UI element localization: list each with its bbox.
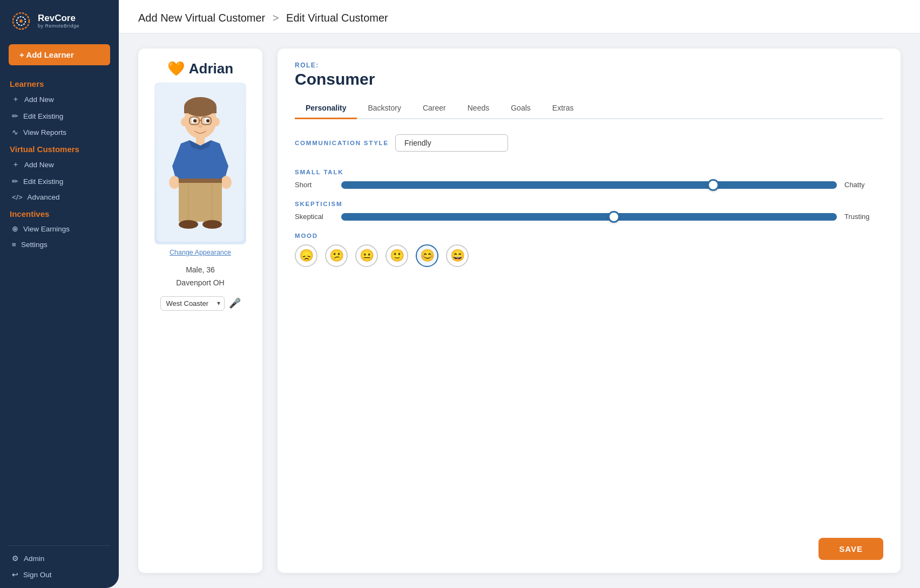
change-appearance-link[interactable]: Change Appearance [170,249,231,256]
save-button[interactable]: SAVE [818,538,883,560]
skepticism-label: SKEPTICISM [295,201,883,207]
signout-icon: ↩ [12,570,18,579]
mood-row: 😞😕😐🙂😊😄 [295,244,883,267]
mood-face-5[interactable]: 😄 [446,244,469,267]
character-panel: 🧡 Adrian [138,49,262,573]
svg-point-20 [221,176,232,189]
svg-rect-22 [179,179,222,183]
small-talk-label: SMALL TALK [295,169,883,175]
breadcrumb-part2: Edit Virtual Customer [286,12,388,24]
sidebar-item-learners-reports[interactable]: ∿ View Reports [0,124,119,140]
breadcrumb: Add New Virtual Customer > Edit Virtual … [138,12,901,24]
mood-label: MOOD [295,233,883,239]
mood-face-4[interactable]: 😊 [416,244,438,267]
sidebar-bottom: ⚙ Admin ↩ Sign Out [0,538,119,588]
plus-icon: ＋ [12,94,19,104]
role-value: Consumer [295,70,883,88]
admin-icon: ⚙ [12,554,19,563]
settings-icon: ≡ [12,241,16,249]
comm-style-label: COMMUNICATION STYLE [295,134,883,152]
add-learner-button[interactable]: + Add Learner [9,44,110,65]
sidebar-section-incentives: Incentives [0,206,119,221]
plus-icon: ＋ [12,160,19,169]
tab-backstory[interactable]: Backstory [357,98,411,119]
tab-goals[interactable]: Goals [500,98,542,119]
svg-rect-18 [196,136,205,145]
sidebar-item-label: Advanced [28,193,60,201]
tab-needs[interactable]: Needs [457,98,500,119]
sidebar-item-label: Add New [24,161,54,169]
sidebar: RevCore by RemoteBridge + Add Learner Le… [0,0,119,588]
sidebar-item-learners-add[interactable]: ＋ Add New [0,91,119,108]
svg-point-17 [198,125,202,128]
comm-style-section: COMMUNICATION STYLE [295,134,883,157]
sidebar-section-vc: Virtual Customers [0,141,119,156]
tab-personality[interactable]: Personality [295,98,357,119]
breadcrumb-separator: > [273,12,279,24]
character-location: Davenport OH [176,277,224,290]
main-area: Add New Virtual Customer > Edit Virtual … [119,0,920,588]
character-avatar [154,83,246,244]
dialect-row: West Coaster Southern Midwest Northeast … [160,296,241,311]
sidebar-item-vc-add[interactable]: ＋ Add New [0,156,119,173]
svg-point-28 [202,220,222,229]
comm-style-input[interactable] [395,134,508,152]
reports-icon: ∿ [12,128,18,136]
edit-panel: ROLE: Consumer Personality Backstory Car… [278,49,901,573]
sidebar-item-label: Edit Existing [23,177,63,186]
svg-point-19 [169,176,180,189]
sidebar-item-label: Admin [24,555,44,563]
sidebar-logo: RevCore by RemoteBridge [0,0,119,40]
skepticism-left-label: Skeptical [295,213,334,221]
mood-face-3[interactable]: 🙂 [385,244,408,267]
skepticism-section: SKEPTICISM Skeptical Trusting [295,201,883,221]
sidebar-item-label: View Reports [23,128,66,136]
mic-icon: 🎤 [229,297,241,309]
character-info: Male, 36 Davenport OH [176,264,224,290]
small-talk-section: SMALL TALK Short Chatty [295,169,883,189]
tabs: Personality Backstory Career Needs Goals… [295,98,883,119]
sidebar-item-label: Settings [21,241,48,249]
character-name-row: 🧡 Adrian [167,60,233,77]
sidebar-section-learners: Learners [0,76,119,91]
sidebar-item-label: View Earnings [23,225,70,233]
mood-face-0[interactable]: 😞 [295,244,317,267]
role-label: ROLE: [295,61,883,69]
svg-point-13 [206,119,209,122]
dialect-select-wrap[interactable]: West Coaster Southern Midwest Northeast [160,296,225,311]
svg-rect-7 [184,107,217,113]
svg-point-12 [193,119,197,122]
skepticism-slider[interactable] [341,213,837,221]
skepticism-right-label: Trusting [844,213,883,221]
sidebar-item-signout[interactable]: ↩ Sign Out [0,566,119,583]
mood-face-2[interactable]: 😐 [355,244,378,267]
svg-point-3 [19,19,23,23]
breadcrumb-part1: Add New Virtual Customer [138,12,265,24]
earnings-icon: ⊕ [12,224,18,233]
character-name: Adrian [189,60,233,77]
small-talk-left-label: Short [295,181,334,189]
sidebar-item-vc-advanced[interactable]: </> Advanced [0,189,119,205]
edit-icon: ✏ [12,112,18,120]
logo-subtitle: by RemoteBridge [38,23,79,29]
small-talk-right-label: Chatty [844,181,883,189]
sidebar-item-admin[interactable]: ⚙ Admin [0,550,119,566]
small-talk-slider-row: Short Chatty [295,181,883,189]
tab-career[interactable]: Career [412,98,457,119]
sidebar-item-vc-edit[interactable]: ✏ Edit Existing [0,173,119,189]
code-icon: </> [12,193,23,201]
sidebar-item-label: Edit Existing [23,112,63,120]
svg-point-8 [181,118,187,126]
sidebar-item-inc-settings[interactable]: ≡ Settings [0,237,119,252]
sidebar-item-label: Add New [24,95,54,104]
sidebar-item-label: Sign Out [23,571,52,579]
dialect-select[interactable]: West Coaster Southern Midwest Northeast [160,296,225,311]
sidebar-item-learners-edit[interactable]: ✏ Edit Existing [0,108,119,124]
character-gender-age: Male, 36 [176,264,224,277]
small-talk-slider[interactable] [341,181,837,189]
skepticism-slider-row: Skeptical Trusting [295,213,883,221]
mood-face-1[interactable]: 😕 [325,244,348,267]
edit-icon: ✏ [12,177,18,186]
tab-extras[interactable]: Extras [542,98,585,119]
sidebar-item-inc-earnings[interactable]: ⊕ View Earnings [0,221,119,237]
